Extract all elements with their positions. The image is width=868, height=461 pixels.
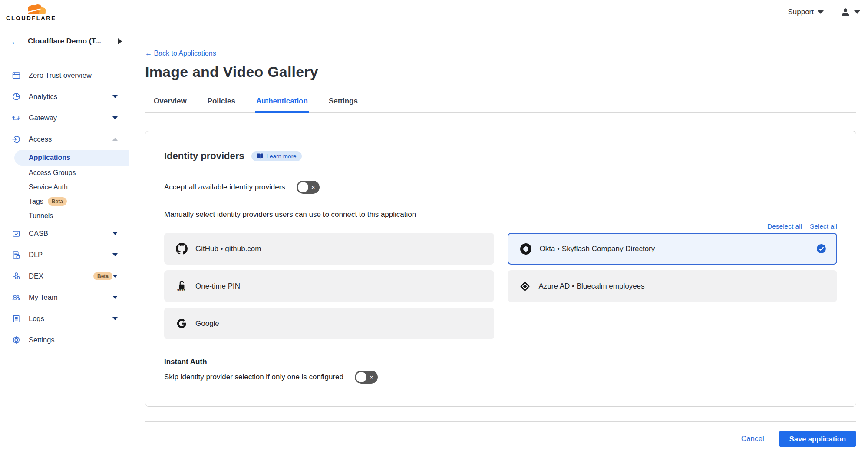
book-icon: [257, 153, 264, 159]
cloudflare-cloud-icon: [23, 3, 49, 14]
provider-card-google[interactable]: Google: [164, 308, 494, 339]
sidebar-item-tags[interactable]: Tags Beta: [0, 194, 129, 209]
sidebar-item-label: My Team: [29, 293, 112, 302]
sidebar-item-label: Access: [29, 135, 112, 143]
user-menu[interactable]: [840, 7, 860, 17]
sidebar-subitem-label: Service Auth: [29, 183, 68, 191]
sidebar-item-label: Gateway: [29, 114, 112, 122]
topbar: CLOUDFLARE Support: [0, 0, 868, 24]
access-icon: [12, 135, 21, 144]
chevron-down-icon[interactable]: [112, 296, 118, 299]
chevron-down-icon[interactable]: [112, 116, 118, 119]
window-icon: [12, 71, 21, 80]
sidebar-item-label: DEX: [29, 272, 89, 280]
chevron-down-icon[interactable]: [112, 95, 118, 98]
gateway-icon: [12, 113, 21, 123]
toggle-knob: [356, 372, 366, 382]
back-to-applications-link[interactable]: ← Back to Applications: [145, 50, 216, 57]
sidebar-item-dex[interactable]: DEX Beta: [0, 265, 129, 287]
provider-label: One-time PIN: [195, 282, 484, 291]
save-application-button[interactable]: Save application: [779, 431, 856, 447]
github-icon: [175, 243, 188, 255]
provider-card-one-time-pin[interactable]: **** One-time PIN: [164, 270, 494, 302]
provider-card-okta[interactable]: Okta • Skyflash Company Directory: [508, 233, 838, 265]
sidebar-item-tunnels[interactable]: Tunnels: [0, 209, 129, 223]
toggle-x-icon: ✕: [311, 185, 316, 190]
google-icon: [175, 318, 188, 329]
sidebar-item-label: CASB: [29, 229, 112, 238]
support-label: Support: [788, 8, 814, 17]
tab-settings[interactable]: Settings: [328, 93, 359, 113]
document-lock-icon: [12, 250, 21, 259]
tab-policies[interactable]: Policies: [207, 93, 236, 113]
sidebar-divider: [0, 356, 129, 356]
back-arrow-icon[interactable]: ←: [10, 36, 20, 46]
sidebar-item-gateway[interactable]: Gateway: [0, 107, 129, 129]
document-lines-icon: [12, 314, 21, 323]
support-menu[interactable]: Support: [788, 8, 824, 17]
okta-icon: [520, 243, 532, 255]
sidebar-subitem-label: Access Groups: [29, 169, 76, 177]
sidebar-item-casb[interactable]: CASB: [0, 223, 129, 244]
provider-label: Azure AD • Bluecalm employees: [539, 282, 827, 291]
identity-providers-card: Identity providers Learn more Accept all…: [145, 131, 856, 407]
sidebar-item-dlp[interactable]: DLP: [0, 244, 129, 265]
network-nodes-icon: [12, 272, 21, 281]
sidebar-item-label: DLP: [29, 251, 112, 259]
selected-check-icon: [817, 244, 826, 253]
sidebar-item-service-auth[interactable]: Service Auth: [0, 180, 129, 194]
sidebar-item-settings[interactable]: Settings: [0, 329, 129, 351]
chevron-down-icon[interactable]: [112, 317, 118, 320]
provider-card-azure-ad[interactable]: Azure AD • Bluecalm employees: [508, 270, 838, 302]
pie-chart-icon: [12, 92, 21, 101]
sidebar-item-zero-trust-overview[interactable]: Zero Trust overview: [0, 65, 129, 86]
chevron-down-icon[interactable]: [112, 275, 118, 278]
access-subnav: Applications Access Groups Service Auth …: [0, 150, 129, 223]
select-all-link[interactable]: Select all: [810, 222, 837, 230]
user-icon: [840, 7, 851, 17]
chevron-up-icon[interactable]: [112, 138, 118, 141]
chevron-down-icon[interactable]: [112, 232, 118, 235]
manual-select-text: Manually select identity providers users…: [164, 210, 837, 219]
one-time-pin-icon: ****: [175, 280, 188, 293]
sidebar-item-label: Logs: [29, 315, 112, 323]
provider-label: Okta • Skyflash Company Directory: [540, 245, 817, 253]
cloudflare-logo: CLOUDFLARE: [0, 3, 56, 21]
tab-authentication[interactable]: Authentication: [255, 93, 309, 113]
accept-all-toggle[interactable]: ✕: [297, 181, 320, 194]
learn-more-badge[interactable]: Learn more: [251, 151, 302, 161]
card-title: Identity providers: [164, 150, 244, 162]
skip-toggle-label: Skip identity provider selection if only…: [164, 373, 343, 381]
sidebar-item-logs[interactable]: Logs: [0, 308, 129, 329]
footer-actions: Cancel Save application: [145, 431, 856, 447]
sidebar-item-access-groups[interactable]: Access Groups: [0, 166, 129, 180]
brand-wordmark: CLOUDFLARE: [6, 15, 56, 21]
sidebar-item-my-team[interactable]: My Team: [0, 287, 129, 308]
sidebar-item-label: Zero Trust overview: [29, 71, 118, 80]
instant-auth-toggle[interactable]: ✕: [355, 371, 378, 384]
main-content: ← Back to Applications Image and Video G…: [129, 24, 868, 447]
people-icon: [12, 293, 21, 302]
provider-grid: GitHub • github.com Okta • Skyflash Comp…: [164, 233, 837, 339]
chevron-right-icon[interactable]: [118, 38, 122, 44]
sidebar-item-applications[interactable]: Applications: [14, 150, 129, 166]
box-check-icon: [12, 229, 21, 238]
sidebar-item-access[interactable]: Access: [0, 129, 129, 150]
sidebar-item-analytics[interactable]: Analytics: [0, 86, 129, 107]
provider-card-github[interactable]: GitHub • github.com: [164, 233, 494, 265]
tab-overview[interactable]: Overview: [153, 93, 188, 113]
footer-divider: [145, 421, 856, 422]
instant-auth-heading: Instant Auth: [164, 358, 837, 366]
learn-more-label: Learn more: [267, 153, 297, 159]
tab-bar: Overview Policies Authentication Setting…: [145, 93, 856, 113]
account-switcher[interactable]: ← Cloudflare Demo (T...: [0, 24, 129, 58]
provider-label: Google: [195, 319, 484, 328]
deselect-all-link[interactable]: Deselect all: [767, 222, 802, 230]
cancel-button[interactable]: Cancel: [741, 434, 764, 443]
svg-text:****: ****: [177, 288, 185, 292]
chevron-down-icon[interactable]: [112, 253, 118, 256]
azure-ad-icon: [519, 281, 531, 292]
sidebar-item-label: Settings: [29, 336, 118, 344]
toggle-knob: [298, 182, 308, 192]
page-title: Image and Video Gallery: [145, 63, 856, 80]
